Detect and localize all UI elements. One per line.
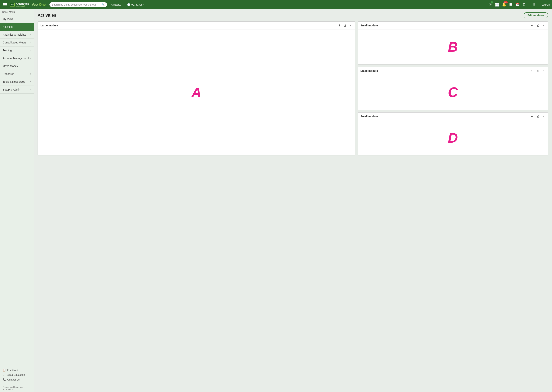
large-module: Large module ⬇ 🖨 ⤢ A: [37, 21, 355, 155]
module-placeholder: B: [448, 39, 458, 55]
mail-button[interactable]: ✉ 1: [488, 2, 493, 7]
module-actions: ↩ 🖨 ⤢: [530, 114, 545, 118]
sidebar-item-label: My View: [3, 17, 13, 21]
edit-modules-button[interactable]: Edit modules: [524, 12, 548, 18]
top-navigation: TD Ameritrade Institutional VeoOne 🔍 All…: [0, 0, 552, 9]
refresh-button[interactable]: ↩: [530, 114, 534, 118]
sidebar-item-setup[interactable]: Setup & Admin ›: [0, 86, 34, 94]
module-body: D: [358, 120, 548, 155]
list-button[interactable]: ☰: [508, 2, 514, 7]
sidebar-item-account-management[interactable]: Account Management ›: [0, 54, 34, 62]
module-body: B: [358, 29, 548, 64]
sidebar-item-label: Consolidated Views: [3, 41, 26, 44]
chevron-right-icon: ›: [30, 41, 31, 44]
hamburger-menu-button[interactable]: [2, 2, 8, 7]
expand-button[interactable]: ⤢: [541, 24, 545, 27]
chevron-right-icon: ›: [30, 73, 31, 75]
module-actions: ⬇ 🖨 ⤢: [338, 24, 352, 27]
small-module-c: Small module ↩ 🖨 ⤢ C: [358, 67, 548, 110]
help-label: Help & Education: [6, 373, 25, 376]
print-button[interactable]: 🖨: [343, 24, 347, 27]
phone-icon: 🕐: [127, 3, 130, 6]
feedback-button[interactable]: 📋 Feedback: [3, 368, 31, 372]
nav-icons: ✉ 1 📊 🔔 200 ☰ 📅 🗓 ⠿ Log Off: [488, 2, 550, 7]
sidebar-item-tools[interactable]: Tools & Resources ›: [0, 78, 34, 86]
ameritrade-logo: Ameritrade Institutional: [16, 2, 29, 7]
chevron-right-icon: ›: [30, 49, 31, 52]
logoff-button[interactable]: Log Off: [542, 3, 550, 6]
grid-calendar-button[interactable]: 🗓: [522, 2, 527, 7]
expand-button[interactable]: ⤢: [349, 24, 352, 27]
sidebar-item-move-money[interactable]: Move Money: [0, 62, 34, 70]
page-title: Activities: [37, 13, 56, 18]
module-title: Small module: [361, 115, 378, 118]
sidebar-item-label: Move Money: [3, 64, 18, 68]
module-body: C: [358, 75, 548, 110]
print-button[interactable]: 🖨: [536, 114, 540, 118]
download-button[interactable]: ⬇: [338, 24, 341, 27]
sidebar-item-research[interactable]: Research ›: [0, 70, 34, 78]
expand-button[interactable]: ⤢: [541, 114, 545, 118]
refresh-button[interactable]: ↩: [530, 24, 534, 27]
chevron-right-icon: ›: [30, 88, 31, 91]
main-layout: Reset Menu My View Activities Analytics …: [0, 9, 552, 392]
sidebar-footer: 📋 Feedback ? Help & Education 📞 Contact …: [0, 365, 34, 384]
sidebar: Reset Menu My View Activities Analytics …: [0, 9, 34, 392]
sidebar-item-consolidated[interactable]: Consolidated Views ›: [0, 39, 34, 47]
feedback-icon: 📋: [3, 369, 6, 371]
phone-area: 🕐 927373057: [127, 3, 144, 6]
module-title: Large module: [40, 24, 58, 27]
veo-logo: Veo: [32, 3, 38, 7]
contact-us-button[interactable]: 📞 Contact Us: [3, 377, 31, 382]
sidebar-item-activities[interactable]: Activities: [0, 23, 34, 31]
small-module-d: Small module ↩ 🖨 ⤢ D: [358, 112, 548, 155]
logo-area: TD Ameritrade Institutional VeoOne: [10, 2, 46, 7]
search-bar: 🔍: [50, 2, 107, 7]
help-education-button[interactable]: ? Help & Education: [3, 372, 31, 377]
chevron-right-icon: ›: [30, 57, 31, 60]
divider: [538, 2, 538, 7]
divider: [124, 2, 124, 7]
search-input[interactable]: [52, 3, 100, 6]
small-module-b: Small module ↩ 🖨 ⤢ B: [358, 21, 548, 64]
feedback-label: Feedback: [7, 369, 18, 371]
module-header: Small module ↩ 🖨 ⤢: [358, 112, 548, 120]
all-accounts-selector[interactable]: All accts.: [111, 3, 121, 6]
content-area: Activities Edit modules Large module ⬇ 🖨…: [34, 9, 552, 392]
reset-menu-button[interactable]: Reset Menu: [0, 9, 34, 15]
apps-button[interactable]: ⠿: [531, 2, 536, 7]
expand-button[interactable]: ⤢: [541, 69, 545, 73]
sidebar-item-label: Tools & Resources: [3, 80, 25, 83]
chart-button[interactable]: 📊: [494, 2, 500, 7]
module-actions: ↩ 🖨 ⤢: [530, 24, 545, 27]
sidebar-spacer: [0, 94, 34, 365]
sidebar-item-label: Setup & Admin: [3, 88, 21, 91]
module-placeholder: A: [191, 84, 202, 100]
refresh-button[interactable]: ↩: [530, 69, 534, 73]
module-actions: ↩ 🖨 ⤢: [530, 69, 545, 73]
mail-badge: 1: [491, 1, 493, 3]
sidebar-item-label: Account Management: [3, 57, 29, 60]
module-header: Large module ⬇ 🖨 ⤢: [38, 22, 355, 29]
sidebar-item-label: Trading: [3, 49, 12, 52]
chevron-right-icon: ›: [30, 80, 31, 83]
one-logo: One: [39, 3, 46, 7]
sidebar-item-label: Analytics & Insights: [3, 33, 26, 36]
print-button[interactable]: 🖨: [536, 24, 540, 27]
phone-number: 927373057: [131, 3, 144, 6]
print-button[interactable]: 🖨: [536, 69, 540, 73]
calendar-button[interactable]: 📅: [514, 2, 521, 7]
module-title: Small module: [361, 24, 378, 27]
module-placeholder: C: [448, 84, 458, 100]
chevron-right-icon: ›: [30, 33, 31, 36]
sidebar-item-trading[interactable]: Trading ›: [0, 47, 34, 54]
sidebar-item-analytics[interactable]: Analytics & Insights ›: [0, 31, 34, 39]
module-placeholder: D: [448, 130, 458, 146]
notifications-button[interactable]: 🔔 200: [501, 2, 507, 7]
module-header: Small module ↩ 🖨 ⤢: [358, 22, 548, 29]
sidebar-item-my-view[interactable]: My View: [0, 15, 34, 23]
content-header: Activities Edit modules: [37, 12, 548, 18]
module-body: A: [38, 29, 355, 155]
module-title: Small module: [361, 69, 378, 72]
sidebar-item-label: Activities: [3, 25, 13, 28]
